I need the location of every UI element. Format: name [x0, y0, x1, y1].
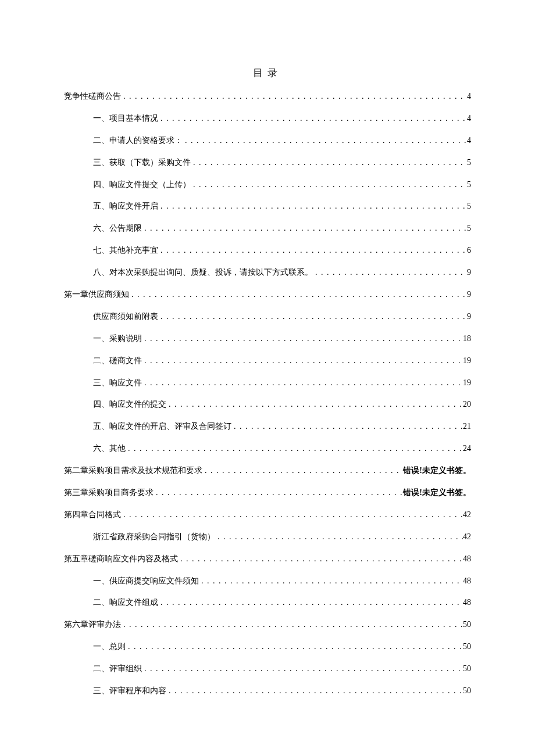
toc-entry: 五、响应文件的开启、评审及合同签订21: [64, 420, 471, 433]
toc-entry-label: 二、评审组织: [93, 662, 142, 675]
toc-entry-page: 48: [463, 596, 471, 609]
toc-leader-dots: [158, 112, 467, 125]
toc-leader-dots: [121, 90, 467, 103]
toc-leader-dots: [126, 640, 463, 653]
toc-entry: 三、评审程序和内容50: [64, 685, 471, 697]
toc-leader-dots: [129, 288, 467, 301]
document-page: 目录 竞争性磋商公告4一、项目基本情况4二、申请人的资格要求：4三、获取（下载）…: [0, 0, 535, 756]
toc-entry-page: 6: [467, 244, 471, 257]
toc-entry: 三、获取（下载）采购文件5: [64, 156, 471, 169]
toc-entry-page: 42: [463, 531, 471, 543]
toc-leader-dots: [313, 266, 467, 279]
toc-entry-label: 四、响应文件的提交: [93, 398, 166, 411]
toc-entry-label: 一、供应商提交响应文件须知: [93, 575, 199, 587]
toc-entry-page: 5: [467, 222, 471, 235]
toc-leader-dots: [191, 178, 467, 191]
toc-list: 竞争性磋商公告4一、项目基本情况4二、申请人的资格要求：4三、获取（下载）采购文…: [64, 90, 471, 697]
toc-leader-dots: [142, 354, 463, 367]
toc-entry-page: 48: [463, 553, 471, 565]
toc-entry-page: 9: [467, 310, 471, 323]
toc-entry: 五、响应文件开启5: [64, 200, 471, 213]
toc-leader-dots: [166, 398, 463, 411]
toc-entry-label: 二、磋商文件: [93, 354, 142, 367]
toc-entry-page: 4: [467, 112, 471, 125]
toc-entry: 供应商须知前附表9: [64, 310, 471, 323]
toc-entry-page: 9: [467, 288, 471, 301]
toc-leader-dots: [158, 596, 463, 609]
toc-entry-label: 一、总则: [93, 640, 126, 653]
toc-leader-dots: [154, 486, 403, 499]
toc-entry: 第二章采购项目需求及技术规范和要求错误!未定义书签。: [64, 464, 471, 477]
toc-entry-label: 五、响应文件的开启、评审及合同签订: [93, 420, 231, 433]
toc-entry-page: 4: [467, 134, 471, 147]
toc-entry-label: 第四章合同格式: [64, 508, 121, 521]
toc-entry: 六、其他24: [64, 442, 471, 455]
toc-leader-dots: [142, 662, 463, 675]
toc-entry-label: 三、响应文件: [93, 377, 142, 389]
toc-entry: 二、响应文件组成48: [64, 596, 471, 609]
toc-leader-dots: [231, 420, 463, 433]
toc-entry-label: 七、其他补充事宜: [93, 244, 158, 257]
toc-leader-dots: [142, 332, 463, 345]
toc-entry-label: 第三章采购项目商务要求: [64, 486, 154, 499]
toc-entry: 二、申请人的资格要求：4: [64, 134, 471, 147]
toc-entry-page: 错误!未定义书签。: [403, 464, 471, 477]
toc-entry: 二、磋商文件19: [64, 354, 471, 367]
toc-entry-page: 4: [467, 90, 471, 103]
toc-entry-page: 24: [463, 442, 471, 455]
toc-leader-dots: [166, 685, 463, 697]
toc-entry-label: 第五章磋商响应文件内容及格式: [64, 553, 178, 565]
toc-entry-page: 50: [463, 685, 471, 697]
toc-leader-dots: [121, 618, 463, 631]
toc-leader-dots: [126, 442, 463, 455]
toc-entry-page: 5: [467, 178, 471, 191]
toc-entry-page: 21: [463, 420, 471, 433]
toc-entry-label: 竞争性磋商公告: [64, 90, 121, 103]
toc-entry: 第四章合同格式42: [64, 508, 471, 521]
toc-entry-label: 三、评审程序和内容: [93, 685, 166, 697]
toc-entry: 三、响应文件19: [64, 377, 471, 389]
toc-entry: 竞争性磋商公告4: [64, 90, 471, 103]
toc-entry-page: 50: [463, 640, 471, 653]
toc-entry: 四、响应文件的提交20: [64, 398, 471, 411]
toc-entry-label: 六、公告期限: [93, 222, 142, 235]
toc-entry-page: 48: [463, 575, 471, 587]
toc-entry: 第六章评审办法50: [64, 618, 471, 631]
toc-leader-dots: [158, 200, 467, 213]
toc-leader-dots: [183, 134, 467, 147]
toc-entry: 一、供应商提交响应文件须知48: [64, 575, 471, 587]
toc-entry: 第五章磋商响应文件内容及格式48: [64, 553, 471, 565]
toc-entry: 第一章供应商须知9: [64, 288, 471, 301]
toc-entry-page: 20: [463, 398, 471, 411]
toc-entry-page: 42: [463, 508, 471, 521]
toc-entry-label: 三、获取（下载）采购文件: [93, 156, 191, 169]
toc-entry-label: 五、响应文件开启: [93, 200, 158, 213]
toc-entry-page: 18: [463, 332, 471, 345]
toc-leader-dots: [158, 244, 467, 257]
toc-leader-dots: [142, 222, 467, 235]
toc-entry: 八、对本次采购提出询问、质疑、投诉，请按以下方式联系。9: [64, 266, 471, 279]
toc-entry: 七、其他补充事宜6: [64, 244, 471, 257]
toc-entry-page: 50: [463, 618, 471, 631]
toc-entry: 一、采购说明18: [64, 332, 471, 345]
toc-leader-dots: [142, 377, 463, 389]
toc-entry-label: 第六章评审办法: [64, 618, 121, 631]
toc-entry-label: 第一章供应商须知: [64, 288, 129, 301]
toc-entry: 一、总则50: [64, 640, 471, 653]
toc-entry-label: 浙江省政府采购合同指引（货物）: [93, 531, 215, 543]
toc-entry-label: 四、响应文件提交（上传）: [93, 178, 191, 191]
toc-entry-page: 19: [463, 354, 471, 367]
toc-leader-dots: [202, 464, 403, 477]
toc-entry-page: 9: [467, 266, 471, 279]
toc-entry: 一、项目基本情况4: [64, 112, 471, 125]
toc-entry-label: 八、对本次采购提出询问、质疑、投诉，请按以下方式联系。: [93, 266, 313, 279]
toc-entry: 浙江省政府采购合同指引（货物）42: [64, 531, 471, 543]
toc-entry: 二、评审组织50: [64, 662, 471, 675]
toc-leader-dots: [178, 553, 463, 565]
toc-entry-label: 一、项目基本情况: [93, 112, 158, 125]
toc-entry: 第三章采购项目商务要求错误!未定义书签。: [64, 486, 471, 499]
toc-title: 目录: [64, 66, 471, 80]
toc-entry-label: 二、申请人的资格要求：: [93, 134, 183, 147]
toc-leader-dots: [121, 508, 463, 521]
toc-entry-page: 5: [467, 200, 471, 213]
